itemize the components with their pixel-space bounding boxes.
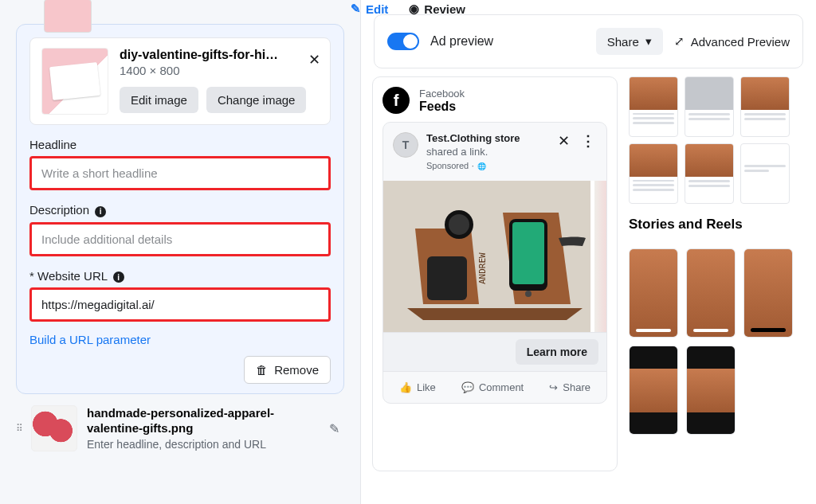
media-dimensions: 1400 × 800: [120, 64, 319, 77]
placement-thumb[interactable]: [629, 143, 678, 204]
story-thumb[interactable]: [686, 346, 736, 435]
media-filename: diy-valentine-gifts-for-him-…: [120, 48, 287, 62]
remove-button[interactable]: 🗑 Remove: [244, 356, 331, 384]
story-thumb[interactable]: [629, 346, 678, 435]
ad-preview-toggle[interactable]: [387, 33, 419, 50]
ad-image: ANDREW: [383, 181, 606, 332]
secondary-hint: Enter headline, description and URL: [87, 438, 315, 451]
feeds-label: Feeds: [419, 100, 465, 114]
placement-thumb[interactable]: [629, 76, 678, 137]
headline-input[interactable]: [41, 166, 319, 180]
build-url-parameter-link[interactable]: Build a URL parameter: [29, 333, 331, 346]
ad-post-preview: T Test.Clothing store shared a link. Spo…: [382, 122, 607, 404]
headline-label: Headline: [29, 138, 331, 151]
media-summary: diy-valentine-gifts-for-him-… 1400 × 800…: [29, 37, 331, 125]
cta-button[interactable]: Learn more: [516, 339, 598, 365]
like-button[interactable]: 👍Like: [393, 377, 442, 398]
trash-icon: 🗑: [256, 363, 268, 377]
svg-rect-2: [512, 222, 544, 284]
drag-handle-icon[interactable]: ⠿: [16, 423, 22, 434]
eye-icon: ◉: [409, 2, 419, 16]
placement-thumb[interactable]: [685, 76, 734, 137]
placement-thumb[interactable]: [740, 143, 790, 204]
share-button[interactable]: Share ▾: [596, 28, 663, 55]
stories-reels-title: Stories and Reels: [629, 217, 805, 232]
thumbnail-small: [44, 0, 92, 33]
edit-pencil-icon[interactable]: ✎: [324, 416, 344, 441]
placement-label: Facebook: [419, 88, 465, 100]
comment-icon: 💬: [461, 381, 474, 393]
dock-image-svg: ANDREW: [383, 181, 606, 332]
sponsored-label: Sponsored: [426, 161, 469, 170]
preview-header: Ad preview Share ▾ ⤢ Advanced Preview: [374, 14, 803, 68]
comment-button[interactable]: 💬Comment: [455, 377, 530, 398]
media-thumbnail: [41, 48, 108, 115]
page-avatar: T: [393, 132, 418, 158]
change-image-button[interactable]: Change image: [206, 87, 307, 113]
website-url-label: * Website URL i: [29, 269, 331, 283]
svg-text:ANDREW: ANDREW: [477, 252, 488, 284]
expand-icon: ⤢: [674, 34, 685, 49]
description-input-wrap: [29, 222, 331, 256]
media-card: diy-valentine-gifts-for-him-… 1400 × 800…: [16, 24, 344, 394]
right-panel: Ad preview Share ▾ ⤢ Advanced Preview Fa…: [360, 0, 816, 504]
secondary-media-row: ⠿ handmade-personalized-apparel-valentin…: [16, 405, 344, 451]
svg-point-6: [449, 214, 469, 235]
info-icon[interactable]: i: [95, 206, 106, 217]
tab-review[interactable]: ◉Review: [409, 2, 465, 16]
facebook-logo-icon: [382, 87, 410, 114]
placement-thumbnails: Stories and Reels: [618, 76, 805, 504]
pencil-icon: ✎: [351, 2, 361, 16]
website-url-input[interactable]: [41, 298, 319, 311]
post-menu-icon[interactable]: ⋮: [579, 132, 597, 150]
secondary-thumbnail: [31, 405, 77, 451]
placement-thumb[interactable]: [685, 143, 734, 204]
headline-input-wrap: [29, 156, 331, 190]
advanced-preview-link[interactable]: ⤢ Advanced Preview: [674, 34, 790, 49]
svg-rect-4: [427, 256, 467, 300]
info-icon[interactable]: i: [113, 272, 124, 283]
caret-down-icon: ▾: [645, 34, 652, 49]
feed-preview: Facebook Feeds T Test.Clothing store sha…: [372, 76, 618, 471]
globe-icon: 🌐: [477, 162, 486, 170]
website-url-input-wrap: [29, 287, 331, 322]
svg-point-3: [525, 291, 532, 297]
dismiss-ad-icon[interactable]: ✕: [556, 132, 571, 150]
remove-media-icon[interactable]: ✕: [308, 51, 320, 68]
tab-edit[interactable]: ✎Edit: [351, 2, 388, 16]
share-action-button[interactable]: ↪Share: [543, 377, 597, 398]
story-thumb[interactable]: [686, 248, 736, 338]
left-panel: diy-valentine-gifts-for-him-… 1400 × 800…: [0, 0, 360, 504]
shared-link-text: shared a link: [426, 146, 485, 158]
like-icon: 👍: [399, 381, 412, 393]
ad-preview-label: Ad preview: [430, 34, 493, 49]
share-icon: ↪: [549, 381, 558, 393]
story-thumb[interactable]: [743, 248, 793, 338]
edit-image-button[interactable]: Edit image: [120, 87, 198, 113]
story-thumb[interactable]: [629, 248, 678, 338]
description-input[interactable]: [41, 232, 319, 246]
placement-thumb[interactable]: [740, 76, 790, 137]
secondary-filename: handmade-personalized-apparel-valentine-…: [87, 406, 315, 436]
description-label: Description i: [29, 203, 331, 217]
page-name: Test.Clothing store: [426, 132, 520, 144]
